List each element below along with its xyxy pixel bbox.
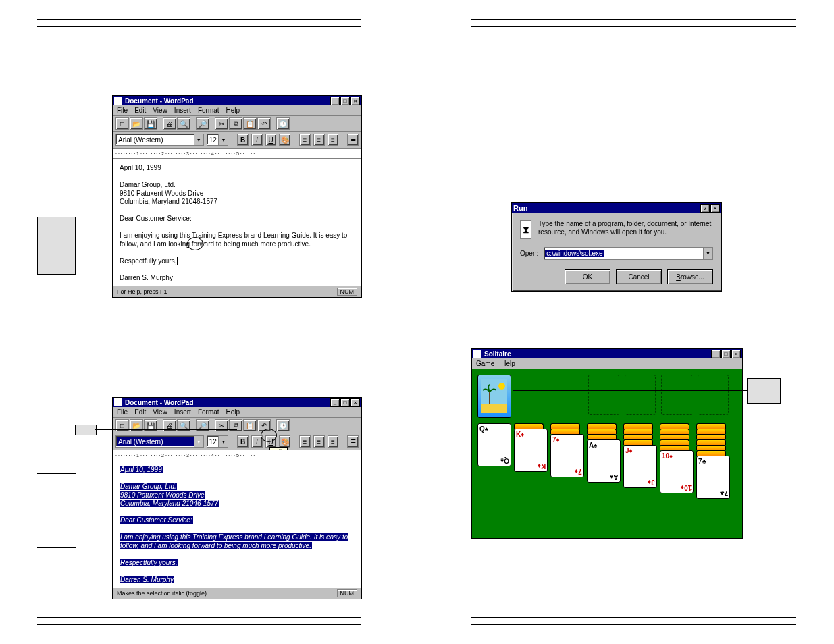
card-a-spades[interactable]: A♠A♠ bbox=[587, 439, 621, 483]
menu-help[interactable]: Help bbox=[226, 408, 240, 416]
titlebar[interactable]: Document - WordPad _ □ × bbox=[113, 398, 361, 407]
format-toolbar: Arial (Western) ▼ 12 ▼ B I U 🎨 ≡ ≡ ≡ ≣ bbox=[113, 132, 361, 149]
foundation-slot[interactable] bbox=[698, 375, 729, 415]
maximize-button[interactable]: □ bbox=[340, 398, 350, 407]
copy-icon[interactable]: ⧉ bbox=[229, 117, 242, 130]
side-line-b bbox=[37, 547, 76, 548]
align-right-icon[interactable]: ≡ bbox=[328, 134, 339, 146]
menu-edit[interactable]: Edit bbox=[134, 408, 146, 416]
menu-file[interactable]: File bbox=[117, 408, 128, 416]
italic-icon[interactable]: I bbox=[251, 134, 263, 146]
minimize-button[interactable]: _ bbox=[330, 398, 340, 407]
foundation-slot[interactable] bbox=[625, 375, 656, 415]
color-icon[interactable]: 🎨 bbox=[279, 435, 290, 448]
align-center-icon[interactable]: ≡ bbox=[313, 134, 325, 146]
card-q-spades[interactable]: Q♠Q♠ bbox=[477, 423, 511, 466]
save-icon[interactable]: 💾 bbox=[144, 117, 157, 130]
menu-file[interactable]: File bbox=[117, 107, 128, 114]
menu-format[interactable]: Format bbox=[198, 107, 219, 114]
card-10-diamonds[interactable]: 10♦10♦ bbox=[660, 450, 694, 493]
doc-greeting: Dear Customer Service: bbox=[120, 516, 193, 524]
undo-icon[interactable]: ↶ bbox=[257, 419, 271, 431]
font-combo-selected[interactable]: Arial (Western) ▼ bbox=[115, 435, 204, 448]
align-right-icon[interactable]: ≡ bbox=[328, 435, 339, 448]
bold-icon[interactable]: B bbox=[237, 134, 249, 146]
statusbar: For Help, press F1 NUM bbox=[113, 286, 361, 297]
new-icon[interactable]: □ bbox=[115, 117, 129, 130]
bullets-icon[interactable]: ≣ bbox=[347, 435, 359, 448]
underline-icon[interactable]: U bbox=[265, 134, 277, 146]
document-area[interactable]: April 10, 1999 Damar Group, Ltd. 9810 Pa… bbox=[113, 159, 361, 286]
doc-addr2: 9810 Patuxent Woods Drive bbox=[120, 491, 205, 499]
dropdown-icon[interactable]: ▼ bbox=[703, 248, 712, 259]
minimize-button[interactable]: _ bbox=[330, 97, 340, 105]
maximize-button[interactable]: □ bbox=[340, 97, 350, 105]
menu-help[interactable]: Help bbox=[226, 107, 240, 114]
menu-format[interactable]: Format bbox=[198, 408, 219, 416]
size-combo[interactable]: 12 ▼ bbox=[207, 435, 229, 448]
undo-icon[interactable]: ↶ bbox=[257, 117, 271, 130]
menu-game[interactable]: Game bbox=[476, 360, 494, 367]
browse-button[interactable]: Browse... bbox=[667, 269, 713, 284]
bullets-icon[interactable]: ≣ bbox=[347, 134, 359, 146]
dropdown-icon[interactable]: ▼ bbox=[218, 134, 228, 145]
cut-icon[interactable]: ✂ bbox=[215, 117, 228, 130]
size-combo[interactable]: 12 ▼ bbox=[207, 134, 229, 146]
align-left-icon[interactable]: ≡ bbox=[299, 435, 311, 448]
font-combo[interactable]: Arial (Western) ▼ bbox=[115, 134, 204, 146]
color-icon[interactable]: 🎨 bbox=[279, 134, 290, 146]
dropdown-icon[interactable]: ▼ bbox=[194, 134, 203, 145]
card-7-clubs[interactable]: 7♣7♣ bbox=[696, 456, 730, 499]
dropdown-icon[interactable]: ▼ bbox=[194, 436, 203, 447]
find-icon[interactable]: 🔎 bbox=[196, 117, 209, 130]
open-icon[interactable]: 📂 bbox=[130, 117, 143, 130]
card-7-diamonds[interactable]: 7♦7♦ bbox=[550, 434, 584, 477]
minimize-button[interactable]: _ bbox=[711, 350, 721, 358]
menu-view[interactable]: View bbox=[153, 408, 167, 416]
menu-view[interactable]: View bbox=[153, 107, 167, 114]
ok-button[interactable]: OK bbox=[565, 269, 610, 284]
doc-addr1: Damar Group, Ltd. bbox=[120, 181, 355, 190]
align-center-icon[interactable]: ≡ bbox=[313, 435, 325, 448]
menubar: Game Help bbox=[472, 358, 742, 369]
open-combo[interactable]: c:\windows\sol.exe ▼ bbox=[544, 247, 713, 260]
foundation-slot[interactable] bbox=[661, 375, 692, 415]
preview-icon[interactable]: 🔍 bbox=[177, 117, 190, 130]
datetime-icon[interactable]: 🕒 bbox=[276, 419, 290, 431]
paste-icon[interactable]: 📋 bbox=[243, 117, 257, 130]
ruler[interactable]: · · · · · · · · 1 · · · · · · · · 2 · · … bbox=[113, 149, 361, 159]
datetime-icon[interactable]: 🕒 bbox=[276, 117, 290, 130]
card-k-diamonds[interactable]: K♦K♦ bbox=[514, 429, 548, 472]
ruler[interactable]: · · · · · · · · 1 · · · · · · · · 2 · · … bbox=[113, 450, 361, 460]
underline-icon[interactable]: U bbox=[265, 435, 277, 448]
align-left-icon[interactable]: ≡ bbox=[299, 134, 311, 146]
menu-insert[interactable]: Insert bbox=[174, 107, 191, 114]
play-area[interactable]: Q♠Q♠ K♦K♦ 7♦7♦ A♠A♠ J♦J♦ bbox=[472, 369, 742, 538]
menu-help[interactable]: Help bbox=[501, 360, 515, 367]
card-j-diamonds[interactable]: J♦J♦ bbox=[623, 445, 657, 488]
status-text: For Help, press F1 bbox=[117, 288, 167, 295]
close-button[interactable]: × bbox=[731, 350, 741, 358]
close-button[interactable]: × bbox=[710, 204, 720, 213]
wordpad-window-1: Document - WordPad _ □ × File Edit View … bbox=[112, 95, 362, 298]
menu-edit[interactable]: Edit bbox=[134, 107, 146, 114]
maximize-button[interactable]: □ bbox=[721, 350, 731, 358]
titlebar[interactable]: Document - WordPad _ □ × bbox=[113, 96, 361, 105]
doc-date: April 10, 1999 bbox=[120, 466, 163, 473]
cancel-button[interactable]: Cancel bbox=[616, 269, 662, 284]
close-button[interactable]: × bbox=[350, 398, 360, 407]
standard-toolbar: □ 📂 💾 🖨 🔍 🔎 ✂ ⧉ 📋 ↶ 🕒 bbox=[113, 116, 361, 132]
titlebar[interactable]: Solitaire _ □ × bbox=[472, 349, 742, 358]
titlebar[interactable]: Run ? × bbox=[512, 203, 721, 213]
dropdown-icon[interactable]: ▼ bbox=[218, 436, 228, 447]
menu-insert[interactable]: Insert bbox=[174, 408, 191, 416]
close-button[interactable]: × bbox=[350, 97, 360, 105]
print-icon[interactable]: 🖨 bbox=[163, 117, 176, 130]
document-area-selected[interactable]: April 10, 1999 Damar Group, Ltd. 9810 Pa… bbox=[113, 460, 361, 587]
deck-back[interactable] bbox=[477, 375, 511, 418]
help-button[interactable]: ? bbox=[700, 204, 710, 213]
italic-icon[interactable]: I bbox=[251, 435, 263, 448]
paste-icon[interactable]: 📋 bbox=[243, 419, 257, 431]
bold-icon[interactable]: B bbox=[237, 435, 249, 448]
foundation-slot[interactable] bbox=[588, 375, 619, 415]
